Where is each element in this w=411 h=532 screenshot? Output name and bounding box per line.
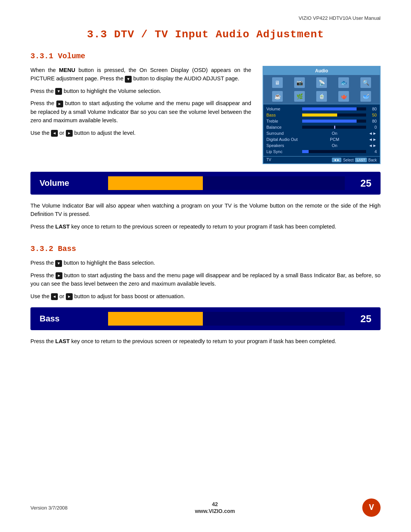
osd-row-lipsync: Lip Sync 4 bbox=[266, 149, 377, 155]
osd-key-back-label: Back bbox=[368, 158, 377, 162]
osd-arrow-digital-audio: ◄► bbox=[368, 137, 377, 142]
bold-last-1: LAST bbox=[55, 224, 70, 230]
section-331-text: When the MENU button is pressed, the On … bbox=[30, 66, 251, 164]
osd-label-volume: Volume bbox=[266, 107, 301, 111]
bass-bar-value: 25 bbox=[352, 313, 371, 325]
osd-label-lipsync: Lip Sync bbox=[266, 149, 301, 154]
osd-bar-treble bbox=[302, 120, 366, 123]
osd-bar-volume bbox=[302, 107, 366, 110]
nav-btn-bass-right: ► bbox=[56, 272, 62, 279]
osd-value-bass: 50 bbox=[368, 113, 377, 117]
vizio-logo: V bbox=[362, 498, 381, 517]
osd-icons-row2: ☕ 🌿 🍵 🫖 🥣 bbox=[263, 89, 380, 104]
osd-bar-fill-volume bbox=[302, 107, 357, 110]
osd-icon-search: 🔍 bbox=[360, 77, 371, 88]
para-bass-adjust: Press the ► button to start adjusting th… bbox=[30, 271, 381, 288]
osd-bar-bass bbox=[302, 113, 366, 117]
bass-indicator-bar: Bass 25 bbox=[30, 307, 381, 330]
volume-bar-fill bbox=[108, 176, 203, 190]
volume-indicator-bar: Volume 25 bbox=[30, 172, 381, 195]
osd-icon-bowl: 🥣 bbox=[360, 91, 371, 102]
manual-title: VIZIO VP422 HDTV10A User Manual bbox=[299, 15, 381, 21]
footer-version: Version 3/7/2008 bbox=[30, 505, 68, 511]
osd-text-digital-audio: PCM bbox=[301, 137, 368, 142]
para-use-btn: Use the ◄ or ► button to adjust the leve… bbox=[30, 129, 251, 137]
osd-bar-lipsync bbox=[302, 150, 366, 153]
osd-key-last: LAST bbox=[355, 158, 367, 162]
para-volume-indicator-desc: The Volume Indicator Bar will also appea… bbox=[30, 201, 381, 219]
osd-text-surround: On bbox=[301, 131, 368, 136]
para-volume-last-key: Press the LAST key once to return to the… bbox=[30, 222, 381, 231]
osd-label-digital-audio: Digital Audio Out bbox=[266, 137, 301, 142]
osd-row-treble: Treble 80 bbox=[266, 118, 377, 124]
osd-row-bass: Bass 50 bbox=[266, 112, 377, 118]
osd-key-select-arrows: ◄► bbox=[332, 158, 342, 162]
page-container: VIZIO VP422 HDTV10A User Manual 3.3 DTV … bbox=[0, 0, 411, 532]
osd-bar-balance bbox=[302, 126, 366, 129]
bold-last-2: LAST bbox=[55, 338, 70, 344]
footer-right: V bbox=[362, 498, 381, 517]
osd-value-treble: 80 bbox=[368, 119, 377, 123]
osd-icon-camera: 📷 bbox=[294, 77, 305, 88]
bold-menu: MENU bbox=[59, 67, 75, 73]
page-header: VIZIO VP422 HDTV10A User Manual bbox=[30, 15, 381, 21]
nav-btn-left: ◄ bbox=[51, 130, 58, 137]
volume-bar-track bbox=[108, 176, 345, 190]
osd-header: Audio bbox=[263, 67, 380, 75]
osd-icon-tea: ☕ bbox=[272, 91, 283, 102]
nav-btn-bass-left: ◄ bbox=[51, 293, 58, 300]
osd-icon-mug: 🫖 bbox=[338, 91, 349, 102]
nav-btn-down: ▼ bbox=[125, 76, 132, 83]
bass-bar-track bbox=[108, 312, 345, 326]
nav-btn-down2: ▼ bbox=[55, 88, 62, 95]
footer-center: 42 www.VIZIO.com bbox=[195, 501, 235, 514]
section-331-title: 3.3.1 Volume bbox=[30, 52, 381, 61]
volume-bar-value: 25 bbox=[352, 177, 371, 189]
osd-icon-fish: 🐟 bbox=[338, 77, 349, 88]
para-menu: When the MENU button is pressed, the On … bbox=[30, 66, 251, 83]
osd-icon-plant: 🌿 bbox=[294, 91, 305, 102]
osd-value-volume: 80 bbox=[368, 107, 377, 111]
osd-bar-fill-treble bbox=[302, 120, 357, 123]
osd-panel: Audio 🖥 📷 📡 🐟 🔍 ☕ 🌿 🍵 🫖 🥣 Volume bbox=[263, 66, 381, 164]
osd-row-balance: Balance 0 bbox=[266, 124, 377, 130]
bass-bar-label: Bass bbox=[40, 314, 100, 324]
osd-arrow-surround: ◄► bbox=[368, 131, 377, 136]
section-332-title: 3.3.2 Bass bbox=[30, 244, 381, 253]
osd-arrow-speakers: ◄► bbox=[368, 143, 377, 148]
page-footer: Version 3/7/2008 42 www.VIZIO.com V bbox=[30, 498, 381, 517]
nav-btn-right2: ► bbox=[66, 130, 73, 137]
osd-label-speakers: Speakers bbox=[266, 143, 301, 148]
para-bass-use-btn: Use the ◄ or ► button to adjust for bass… bbox=[30, 292, 381, 300]
page-title: 3.3 DTV / TV Input Audio Adjustment bbox=[30, 29, 381, 40]
para-bass-highlight: Press the ▼ button to highlight the Bass… bbox=[30, 259, 381, 267]
osd-label-treble: Treble bbox=[266, 119, 301, 123]
nav-btn-bass-right2: ► bbox=[66, 293, 73, 300]
osd-label-bass: Bass bbox=[266, 113, 301, 117]
osd-row-volume: Volume 80 bbox=[266, 106, 377, 112]
osd-icon-cup: 🍵 bbox=[316, 91, 327, 102]
osd-value-balance: 0 bbox=[368, 125, 377, 129]
para-highlight-volume: Press the ▼ button to highlight the Volu… bbox=[30, 87, 251, 95]
osd-footer-left: TV bbox=[266, 158, 271, 162]
osd-row-speakers: Speakers On ◄► bbox=[266, 142, 377, 149]
osd-bar-fill-bass bbox=[302, 113, 337, 117]
osd-key-select-label: Select bbox=[343, 158, 354, 162]
para-bass-last-key: Press the LAST key once to return to the… bbox=[30, 337, 381, 345]
section-331-content: When the MENU button is pressed, the On … bbox=[30, 66, 381, 164]
osd-rows: Volume 80 Bass 50 Treble bbox=[263, 104, 380, 156]
bass-bar-fill bbox=[108, 312, 203, 326]
footer-website: www.VIZIO.com bbox=[195, 508, 235, 514]
osd-label-surround: Surround bbox=[266, 131, 301, 136]
nav-btn-right: ► bbox=[56, 101, 63, 107]
osd-row-digital-audio: Digital Audio Out PCM ◄► bbox=[266, 136, 377, 142]
section-332: 3.3.2 Bass Press the ▼ button to highlig… bbox=[30, 244, 381, 345]
osd-footer-right: ◄► Select LAST Back bbox=[332, 158, 377, 162]
osd-label-balance: Balance bbox=[266, 125, 301, 129]
osd-icons-row1: 🖥 📷 📡 🐟 🔍 bbox=[263, 75, 380, 89]
nav-btn-bass-down: ▼ bbox=[55, 260, 62, 267]
volume-bar-label: Volume bbox=[40, 178, 100, 188]
vizio-logo-letter: V bbox=[369, 503, 374, 513]
footer-page-number: 42 bbox=[212, 501, 218, 507]
osd-icon-satellite: 📡 bbox=[316, 77, 327, 88]
